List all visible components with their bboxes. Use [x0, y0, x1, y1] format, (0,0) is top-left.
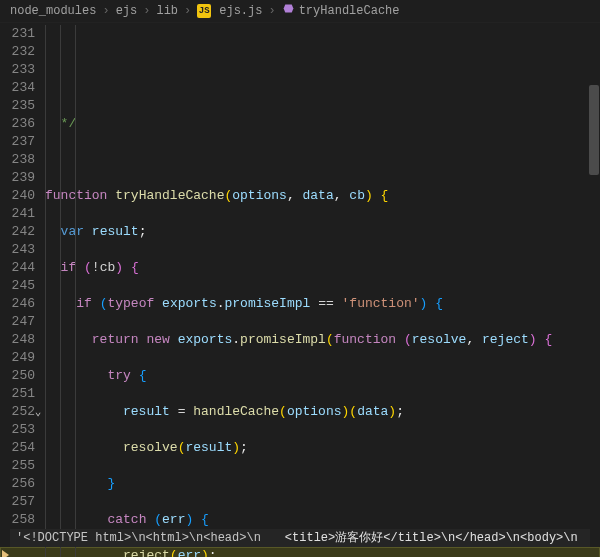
line-number[interactable]: 253	[0, 421, 45, 439]
line-number[interactable]: 245	[0, 277, 45, 295]
line-number[interactable]: 240	[0, 187, 45, 205]
code-line[interactable]: try {	[45, 367, 600, 385]
line-number[interactable]: 241	[0, 205, 45, 223]
line-number[interactable]: 246	[0, 295, 45, 313]
breadcrumb-seg[interactable]: tryHandleCache	[299, 2, 400, 20]
line-number[interactable]: 250	[0, 367, 45, 385]
line-number[interactable]: 255	[0, 457, 45, 475]
hover-title: <title>游客你好</title>\n</head>\n<body>\n	[285, 529, 578, 547]
execution-pointer-icon[interactable]	[2, 550, 9, 557]
code-line[interactable]: reject(err);	[45, 547, 600, 557]
chevron-right-icon: ›	[102, 2, 109, 20]
chevron-right-icon: ›	[184, 2, 191, 20]
vertical-scrollbar[interactable]	[588, 45, 600, 557]
line-number[interactable]: 256	[0, 475, 45, 493]
hover-text: '<!DOCTYPE html>\n<html>\n<head>\n	[16, 529, 261, 547]
code-line[interactable]: if (typeof exports.promiseImpl == 'funct…	[45, 295, 600, 313]
line-number[interactable]: 244	[0, 259, 45, 277]
line-number[interactable]: 248	[0, 331, 45, 349]
line-number[interactable]: 254	[0, 439, 45, 457]
code-line[interactable]	[45, 79, 600, 97]
line-number[interactable]: 234	[0, 79, 45, 97]
line-number[interactable]: 251	[0, 385, 45, 403]
code-editor[interactable]: '<!DOCTYPE html>\n<html>\n<head>\n <titl…	[0, 23, 600, 557]
line-number[interactable]: 243	[0, 241, 45, 259]
code-line[interactable]: function tryHandleCache(options, data, c…	[45, 187, 600, 205]
debug-inline-value[interactable]: '<!DOCTYPE html>\n<html>\n<head>\n <titl…	[10, 529, 590, 547]
line-number[interactable]: 237	[0, 133, 45, 151]
breadcrumb-seg[interactable]: ejs	[116, 2, 138, 20]
breadcrumb-seg[interactable]: lib	[156, 2, 178, 20]
breadcrumb-seg[interactable]: ejs.js	[219, 2, 262, 20]
line-number[interactable]: 236	[0, 115, 45, 133]
line-number[interactable]: 238	[0, 151, 45, 169]
code-line[interactable]	[45, 151, 600, 169]
breadcrumb[interactable]: node_modules › ejs › lib › JS ejs.js › t…	[0, 0, 600, 23]
line-number[interactable]: 247	[0, 313, 45, 331]
line-number[interactable]: 257	[0, 493, 45, 511]
line-number[interactable]: 232	[0, 43, 45, 61]
method-icon	[282, 2, 295, 21]
breadcrumb-seg[interactable]: node_modules	[10, 2, 96, 20]
code-line[interactable]: if (!cb) {	[45, 259, 600, 277]
code-line[interactable]: return new exports.promiseImpl(function …	[45, 331, 600, 349]
line-number[interactable]: 231	[0, 25, 45, 43]
line-number-gutter[interactable]: 231 232 233 234 235 236 237 238 239 240 …	[0, 23, 45, 557]
line-number[interactable]: 239	[0, 169, 45, 187]
scrollbar-thumb[interactable]	[589, 85, 599, 175]
code-line[interactable]: result = handleCache(options)(data);	[45, 403, 600, 421]
code-area[interactable]: */ function tryHandleCache(options, data…	[45, 23, 600, 557]
chevron-right-icon: ›	[143, 2, 150, 20]
line-number[interactable]: 249	[0, 349, 45, 367]
code-line[interactable]: */	[45, 115, 600, 133]
js-file-icon: JS	[197, 4, 211, 18]
chevron-right-icon: ›	[268, 2, 275, 20]
code-line[interactable]: var result;	[45, 223, 600, 241]
code-line[interactable]: }	[45, 475, 600, 493]
line-number[interactable]: 242	[0, 223, 45, 241]
fold-chevron-icon[interactable]: ⌄	[33, 403, 43, 421]
line-number[interactable]: 235	[0, 97, 45, 115]
line-number[interactable]: 258	[0, 511, 45, 529]
line-number[interactable]: 233	[0, 61, 45, 79]
code-line[interactable]: resolve(result);	[45, 439, 600, 457]
code-line[interactable]: catch (err) {	[45, 511, 600, 529]
